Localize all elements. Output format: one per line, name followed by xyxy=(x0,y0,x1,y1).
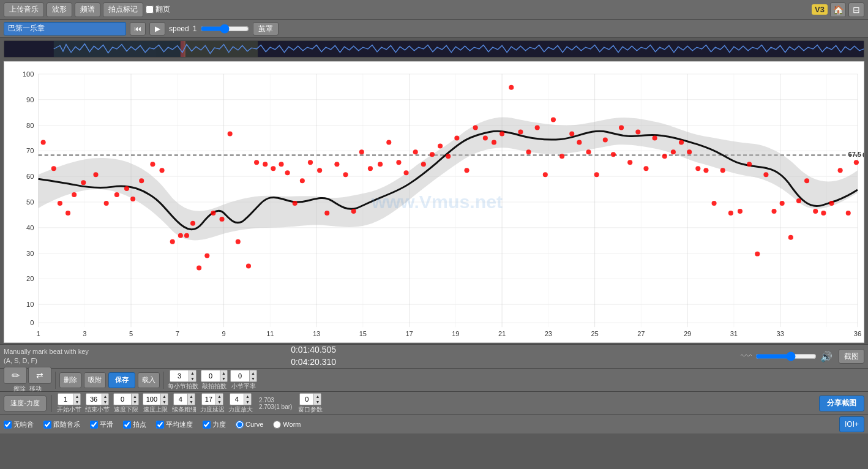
force-checkbox[interactable] xyxy=(203,421,211,429)
speed-low-spinbox[interactable]: ▲ ▼ xyxy=(113,393,139,405)
line-thick-label: 续条粗细 xyxy=(172,405,196,414)
speed-low-up[interactable]: ▲ xyxy=(132,394,138,399)
upload-music-btn[interactable]: 上传音乐 xyxy=(4,2,44,17)
volume-slider[interactable] xyxy=(755,351,817,361)
beat-point-checkbox[interactable] xyxy=(123,421,131,429)
end-bar-input[interactable] xyxy=(86,396,102,403)
start-bar-down[interactable]: ▼ xyxy=(74,399,81,405)
speed-low-down[interactable]: ▼ xyxy=(132,399,138,405)
notes-per-bar-up[interactable]: ▲ xyxy=(250,370,256,376)
line-thick-spinbox[interactable]: ▲ ▼ xyxy=(173,393,195,405)
curve-radio[interactable] xyxy=(236,421,244,429)
tap-count-up[interactable]: ▲ xyxy=(220,370,227,376)
end-bar-down[interactable]: ▼ xyxy=(102,399,109,405)
avg-speed-checkbox[interactable] xyxy=(156,421,164,429)
avg-speed-label[interactable]: 平均速度 xyxy=(156,420,193,429)
no-sound-label[interactable]: 无响音 xyxy=(4,420,34,429)
no-sound-checkbox[interactable] xyxy=(4,421,12,429)
tap-count-spinbox[interactable]: 0 ▲ ▼ xyxy=(201,370,228,382)
beat-per-bar-label: 每小节拍数 xyxy=(168,382,198,391)
tap-count-input[interactable]: 0 xyxy=(201,372,220,380)
line-thick-input[interactable] xyxy=(174,396,187,403)
window-param-down[interactable]: ▼ xyxy=(314,399,321,405)
speed-high-input[interactable] xyxy=(143,396,160,403)
play-btn[interactable]: ▶ xyxy=(149,22,165,36)
svg-text:21: 21 xyxy=(498,330,506,337)
worm-radio[interactable] xyxy=(273,421,281,429)
erase-icon-btn[interactable]: ✏ xyxy=(4,367,27,384)
home-btn[interactable]: 🏠 xyxy=(830,2,846,17)
beat-per-bar-up[interactable]: ▲ xyxy=(189,370,196,376)
force-zoom-group: ▲ ▼ 力度放大 xyxy=(228,393,253,414)
svg-point-110 xyxy=(413,149,418,154)
attach-btn[interactable]: 吸附 xyxy=(84,372,106,388)
freq-btn[interactable]: 频谱 xyxy=(75,2,100,17)
track-name-input[interactable]: 巴第一乐章 xyxy=(4,22,126,36)
svg-text:0: 0 xyxy=(30,319,34,326)
page-checkbox-label[interactable]: 翻页 xyxy=(146,4,170,15)
beat-point-label[interactable]: 拍点 xyxy=(123,420,146,429)
load-btn[interactable]: 载入 xyxy=(138,372,160,388)
force-zoom-up[interactable]: ▲ xyxy=(244,394,251,399)
ioi-plus-btn[interactable]: IOI+ xyxy=(839,416,864,432)
svg-point-148 xyxy=(738,209,743,214)
worm-radio-label[interactable]: Worm xyxy=(273,421,301,429)
page-checkbox[interactable] xyxy=(146,6,154,13)
window-param-up[interactable]: ▲ xyxy=(314,394,321,399)
force-label[interactable]: 力度 xyxy=(203,420,226,429)
beat-per-bar-input[interactable]: 3 xyxy=(170,372,189,380)
follow-music-checkbox[interactable] xyxy=(43,421,51,429)
line-thick-up[interactable]: ▲ xyxy=(188,394,195,399)
window-param-spinbox[interactable]: ▲ ▼ xyxy=(299,393,321,405)
force-zoom-input[interactable] xyxy=(230,396,244,403)
sure-btn[interactable]: 茧罩 xyxy=(253,22,279,36)
save-btn[interactable]: 保存 xyxy=(108,372,135,388)
window-param-input[interactable] xyxy=(300,396,313,403)
force-zoom-spinbox[interactable]: ▲ ▼ xyxy=(230,393,252,405)
force-delay-input[interactable] xyxy=(202,396,215,403)
svg-point-114 xyxy=(446,154,451,159)
speed-force-btn[interactable]: 速度-力度 xyxy=(4,396,47,411)
notes-per-bar-spinbox[interactable]: 0 ▲ ▼ xyxy=(230,370,257,382)
start-bar-spinbox[interactable]: ▲ ▼ xyxy=(58,393,81,405)
svg-point-112 xyxy=(430,152,435,157)
force-delay-group: ▲ ▼ 力度延迟 xyxy=(200,393,225,414)
speed-high-up[interactable]: ▲ xyxy=(161,394,168,399)
smooth-label[interactable]: 平滑 xyxy=(90,420,113,429)
delete-btn[interactable]: 删除 xyxy=(59,372,81,388)
waveform-container[interactable] xyxy=(4,40,864,58)
notes-per-bar-input[interactable]: 0 xyxy=(231,372,249,380)
start-bar-up[interactable]: ▲ xyxy=(74,394,81,399)
svg-point-145 xyxy=(712,201,717,206)
svg-point-142 xyxy=(687,149,692,154)
beat-per-bar-spinbox[interactable]: 3 ▲ ▼ xyxy=(170,370,196,382)
curve-radio-label[interactable]: Curve xyxy=(236,421,263,429)
svg-point-71 xyxy=(81,180,86,185)
notes-per-bar-down[interactable]: ▼ xyxy=(250,376,256,381)
rewind-btn[interactable]: ⏮ xyxy=(130,22,146,36)
main-chart-svg[interactable]: 100 90 80 70 60 50 40 30 20 10 0 1 3 5 7… xyxy=(4,62,864,342)
speed-slider[interactable] xyxy=(200,24,249,34)
force-zoom-down[interactable]: ▼ xyxy=(244,399,251,405)
move-icon-btn[interactable]: ⇄ xyxy=(28,367,51,384)
svg-point-93 xyxy=(271,166,275,171)
force-delay-spinbox[interactable]: ▲ ▼ xyxy=(201,393,223,405)
line-thick-down[interactable]: ▼ xyxy=(188,399,195,405)
end-bar-up[interactable]: ▲ xyxy=(102,394,109,399)
speed-low-input[interactable] xyxy=(114,396,131,403)
beat-per-bar-down[interactable]: ▼ xyxy=(189,376,196,381)
speed-high-down[interactable]: ▼ xyxy=(161,399,168,405)
screenshot-btn[interactable]: 截图 xyxy=(839,349,864,364)
smooth-checkbox[interactable] xyxy=(90,421,98,429)
wave-btn[interactable]: 波形 xyxy=(47,2,72,17)
beat-btn[interactable]: 拍点标记 xyxy=(103,2,143,17)
end-bar-spinbox[interactable]: ▲ ▼ xyxy=(86,393,110,405)
share-screenshot-btn[interactable]: 分享截图 xyxy=(819,396,864,411)
force-delay-down[interactable]: ▼ xyxy=(216,399,223,405)
force-delay-up[interactable]: ▲ xyxy=(216,394,223,399)
tap-count-down[interactable]: ▼ xyxy=(220,376,227,381)
follow-music-label[interactable]: 跟随音乐 xyxy=(43,420,80,429)
speed-high-spinbox[interactable]: ▲ ▼ xyxy=(143,393,168,405)
settings-btn[interactable]: ⊟ xyxy=(848,2,864,17)
start-bar-input[interactable] xyxy=(58,396,73,403)
